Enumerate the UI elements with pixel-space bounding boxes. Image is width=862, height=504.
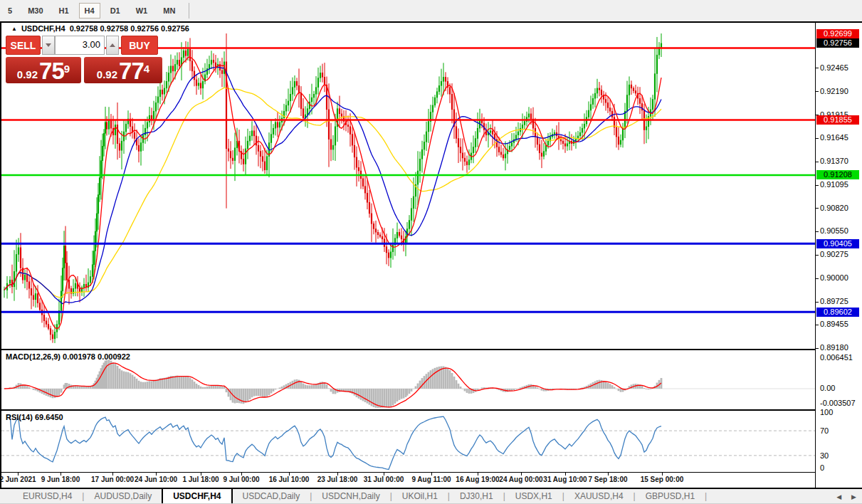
trade-panel-controls: SELL 3.00 BUY: [6, 36, 164, 55]
time-tick-label: 1 Jul 18:00: [182, 476, 219, 483]
chart-tab-gbpusd[interactable]: GBPUSD,H1: [636, 489, 705, 503]
price-tick-label: 0.90275: [820, 250, 848, 259]
time-tick-label: 23 Jul 18:00: [317, 476, 358, 483]
price-tick: [815, 91, 819, 92]
price-tick: [815, 162, 819, 162]
macd-scale-label: 0.00: [820, 384, 835, 393]
time-tick-label: 15 Sep 00:00: [641, 476, 684, 483]
rsi-scale-label: 30: [820, 451, 829, 461]
timeframe-button-mn[interactable]: MN: [157, 3, 181, 19]
rsi-panel[interactable]: [1, 411, 815, 472]
time-tick-label: 9 Jun 18:00: [41, 476, 80, 483]
chart-ohlc-values: 0.92758 0.92758 0.92756 0.92756: [70, 24, 189, 33]
ma-line: [4, 57, 661, 329]
price-tick: [815, 185, 819, 186]
time-axis-line: [1, 472, 815, 473]
price-tick-label: 0.91095: [820, 180, 848, 189]
tab-separator: |: [705, 489, 707, 503]
macd-indicator-label: MACD(12,26,9) 0.001978 0.000922: [6, 352, 130, 361]
chart-tab-ukoil[interactable]: UKOil,H1: [392, 489, 448, 503]
time-tick-label: 24 Jun 10:00: [135, 476, 177, 483]
buy-price-prefix: 0.92: [97, 68, 117, 82]
price-tick-label: 0.92190: [820, 87, 848, 96]
tick-direction-up-icon: ▲: [11, 26, 17, 32]
sell-price-big: 75: [39, 60, 64, 82]
price-tick-label: 0.90550: [820, 226, 848, 236]
buy-price-pip: 4: [144, 57, 149, 81]
price-badge-resistance-2: 0.91855: [816, 115, 859, 125]
price-tick: [815, 278, 819, 279]
sell-price-pip: 9: [64, 57, 70, 81]
timeframe-button-h4[interactable]: H4: [79, 3, 100, 19]
sell-button[interactable]: SELL: [6, 36, 41, 55]
time-tick-label: 7 Sep 18:00: [588, 476, 627, 483]
timeframe-button-w1[interactable]: W1: [130, 3, 154, 19]
price-tick-label: 0.89180: [820, 343, 848, 352]
price-tick: [815, 348, 819, 349]
time-tick-label: 17 Jun 00:00: [91, 476, 134, 483]
rsi-indicator-label: RSI(14) 69.6450: [6, 413, 63, 421]
chart-tab-usdchf[interactable]: USDCHF,H4: [162, 489, 232, 503]
macd-histogram: [4, 359, 661, 408]
time-tick-label: 16 Aug 19:00: [456, 476, 499, 483]
rsi-scale-label: 0: [820, 463, 824, 473]
buy-button[interactable]: BUY: [121, 36, 158, 55]
price-tick-label: 0.89725: [820, 297, 848, 306]
chart-tab-xauusd[interactable]: XAUUSD,H4: [564, 489, 634, 503]
timeframe-button-d1[interactable]: D1: [105, 3, 126, 19]
timeframe-button-5[interactable]: 5: [2, 3, 18, 19]
tab-scroll-right-icon[interactable]: ▶: [851, 493, 856, 500]
window-top-border: [0, 21, 862, 23]
triangle-up-icon: [110, 43, 115, 47]
chart-tab-bar: EURUSD,H4|AUDUSD,DailyUSDCHF,H4USDCAD,Da…: [0, 489, 862, 504]
sell-quote-box[interactable]: 0.92 75 9: [6, 57, 81, 83]
rsi-scale-label: 100: [820, 408, 833, 417]
price-badge-resistance-1: 0.92699: [816, 29, 859, 38]
price-badge-current-price: 0.92756: [816, 38, 859, 48]
chart-tab-usdcnh[interactable]: USDCNH,Daily: [312, 489, 389, 503]
price-tick-label: 0.89455: [820, 320, 848, 329]
time-tick-label: 2 Jun 2021: [0, 476, 36, 483]
price-tick: [815, 208, 819, 209]
volume-input[interactable]: 3.00: [55, 36, 105, 55]
chart-tab-eurusd[interactable]: EURUSD,H4: [13, 489, 82, 503]
price-tick-label: 0.92465: [820, 63, 848, 73]
rsi-scale-label: 70: [820, 426, 829, 436]
price-badge-support-2: 0.89602: [816, 308, 859, 317]
price-tick: [815, 68, 819, 68]
price-tick: [815, 325, 819, 325]
chart-tab-dj30[interactable]: DJ30,H1: [450, 489, 503, 503]
macd-scale-label: 0.006451: [820, 353, 853, 362]
chart-tab-usdcad[interactable]: USDCAD,Daily: [233, 489, 310, 503]
time-tick-label: 9 Jul 00:00: [223, 476, 259, 483]
price-tick: [815, 231, 819, 232]
macd-scale-label: -0.003507: [820, 399, 856, 408]
time-tick-label: 9 Aug 11:00: [411, 476, 451, 483]
tab-scroll-left-icon[interactable]: ◀: [836, 493, 841, 500]
toolbar-separator: [189, 3, 189, 19]
one-click-trade-panel: SELL 3.00 BUY 0.92 75 9 0.92 77 4: [6, 36, 164, 83]
timeframe-button-m30[interactable]: M30: [22, 3, 48, 19]
volume-increase-button[interactable]: [106, 36, 119, 55]
price-badge-pivot: 0.91208: [816, 170, 859, 179]
price-tick: [815, 302, 819, 303]
chart-tab-audusd[interactable]: AUDUSD,Daily: [84, 489, 162, 503]
time-tick-label: 16 Jul 10:00: [269, 476, 310, 483]
chart-tab-usdx[interactable]: USDX,H1: [505, 489, 562, 503]
ma-line: [4, 67, 661, 303]
tab-scroll-arrows: ◀▶: [836, 489, 856, 504]
price-tick-label: 0.90000: [820, 273, 848, 283]
rsi-line: [7, 415, 661, 469]
time-tick-label: 31 Aug 10:00: [543, 476, 587, 483]
timeframe-toolbar: 5M30H1H4D1W1MN: [0, 0, 862, 21]
price-tick: [815, 255, 819, 256]
price-tick-label: 0.91645: [820, 133, 848, 142]
chart-symbol-period: USDCHF,H4: [21, 24, 65, 33]
price-tick: [815, 138, 819, 139]
buy-quote-box[interactable]: 0.92 77 4: [84, 57, 162, 83]
price-tick-label: 0.90820: [820, 204, 848, 213]
timeframe-button-h1[interactable]: H1: [53, 3, 75, 19]
triangle-down-icon: [46, 43, 51, 47]
time-tick-label: 24 Aug 00:00: [499, 476, 542, 483]
volume-decrease-button[interactable]: [42, 36, 55, 55]
